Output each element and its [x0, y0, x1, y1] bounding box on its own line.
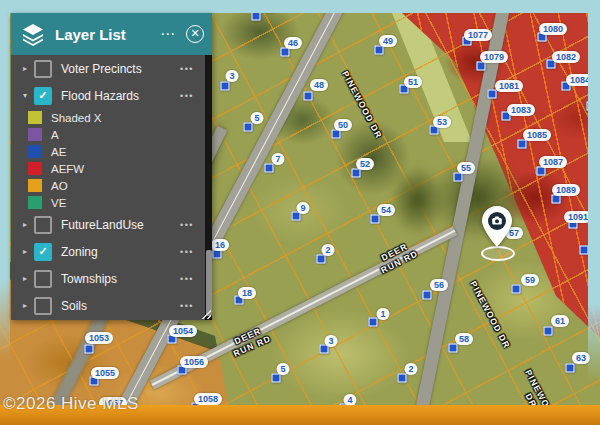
layer-label: Zoning	[61, 245, 180, 259]
parcel-marker[interactable]	[398, 374, 407, 383]
parcel-label[interactable]: 1087	[539, 156, 567, 168]
parcel-label[interactable]: 48	[310, 79, 328, 91]
parcel-marker[interactable]	[352, 169, 361, 178]
parcel-label[interactable]: 3	[225, 70, 238, 82]
parcel-marker[interactable]	[272, 374, 281, 383]
parcel-label[interactable]: 53	[433, 116, 451, 128]
parcel-marker[interactable]	[566, 364, 575, 373]
parcel-label[interactable]: 1077	[464, 29, 492, 41]
parcel-marker[interactable]	[317, 255, 326, 264]
expand-arrow-icon[interactable]: ▸	[19, 301, 31, 310]
frame-border-left	[0, 0, 10, 360]
panel-menu-icon[interactable]: ⋯	[160, 25, 176, 43]
parcel-label[interactable]: 52	[356, 158, 374, 170]
parcel-marker[interactable]	[544, 327, 553, 336]
parcel-label[interactable]: 1089	[552, 184, 580, 196]
parcel-label[interactable]: 2	[404, 363, 417, 375]
layer-row-zoning[interactable]: ▸✓Zoning•••	[11, 238, 212, 265]
parcel-label[interactable]: 54	[377, 204, 395, 216]
legend-row-shaded-x: Shaded X	[11, 109, 212, 126]
parcel-label[interactable]: 1080	[539, 23, 567, 35]
parcel-marker[interactable]	[512, 285, 521, 294]
parcel-label[interactable]: 1056	[180, 356, 208, 368]
parcel-label[interactable]: 1055	[91, 367, 119, 379]
layer-label: Townships	[61, 272, 180, 286]
layer-checkbox[interactable]: ✓	[34, 87, 52, 105]
parcel-marker[interactable]	[449, 344, 458, 353]
expand-arrow-icon[interactable]: ▸	[19, 274, 31, 283]
layer-row-futurelanduse[interactable]: ▸FutureLandUse•••	[11, 211, 212, 238]
parcel-marker[interactable]	[423, 291, 432, 300]
parcel-label[interactable]: 1082	[552, 51, 580, 63]
parcel-marker[interactable]	[304, 92, 313, 101]
layer-checkbox[interactable]: ✓	[34, 243, 52, 261]
scrollbar-thumb[interactable]	[206, 250, 212, 316]
parcel-label[interactable]: 1081	[495, 80, 523, 92]
layer-label: Flood Hazards	[61, 89, 180, 103]
collapse-arrow-icon[interactable]: ▾	[19, 91, 31, 100]
parcel-marker[interactable]	[369, 318, 378, 327]
parcel-label[interactable]: 46	[284, 37, 302, 49]
camera-pin[interactable]	[480, 205, 514, 249]
parcel-marker[interactable]	[265, 164, 274, 173]
parcel-marker[interactable]	[221, 82, 230, 91]
parcel-label[interactable]: 1083	[507, 104, 535, 116]
layer-checkbox[interactable]	[34, 60, 52, 78]
layer-menu-icon[interactable]: •••	[180, 247, 194, 257]
parcel-label[interactable]: 50	[334, 119, 352, 131]
expand-arrow-icon[interactable]: ▸	[19, 64, 31, 73]
parcel-label[interactable]: 1058	[194, 393, 222, 405]
layer-menu-icon[interactable]: •••	[180, 301, 194, 311]
layer-row-voter-precincts[interactable]: ▸Voter Precincts•••	[11, 55, 212, 82]
parcel-label[interactable]: 1085	[523, 129, 551, 141]
parcel-marker[interactable]	[244, 123, 253, 132]
layer-rows: ▸Voter Precincts•••▾✓Flood Hazards•••Sha…	[11, 55, 212, 319]
parcel-label[interactable]: 56	[430, 279, 448, 291]
parcel-label[interactable]: 1	[376, 308, 389, 320]
layer-menu-icon[interactable]: •••	[180, 274, 194, 284]
parcel-label[interactable]: 58	[455, 333, 473, 345]
parcel-label[interactable]: 16	[211, 239, 229, 251]
panel-scrollbar[interactable]	[205, 55, 212, 320]
layer-menu-icon[interactable]: •••	[180, 220, 194, 230]
parcel-marker[interactable]	[85, 345, 94, 354]
parcel-label[interactable]: 59	[521, 274, 539, 286]
parcel-label[interactable]: 1054	[169, 325, 197, 337]
layer-checkbox[interactable]	[34, 297, 52, 315]
panel-header[interactable]: Layer List ⋯ ✕	[11, 13, 212, 55]
expand-arrow-icon[interactable]: ▸	[19, 247, 31, 256]
layer-row-flood-hazards[interactable]: ▾✓Flood Hazards•••	[11, 82, 212, 109]
layer-menu-icon[interactable]: •••	[180, 91, 194, 101]
parcel-label[interactable]: 5	[276, 363, 289, 375]
legend-swatch	[28, 179, 42, 192]
parcel-label[interactable]: 55	[457, 162, 475, 174]
parcel-label[interactable]: 9	[296, 202, 309, 214]
parcel-label[interactable]: 51	[404, 76, 422, 88]
parcel-marker[interactable]	[488, 90, 497, 99]
parcel-label[interactable]: 5	[250, 112, 263, 124]
parcel-marker[interactable]	[375, 46, 384, 55]
parcel-marker[interactable]	[371, 215, 380, 224]
parcel-label[interactable]: 18	[238, 287, 256, 299]
parcel-label[interactable]: 2	[321, 244, 334, 256]
parcel-label[interactable]: 3	[324, 335, 337, 347]
parcel-label[interactable]: 61	[551, 315, 569, 327]
legend-row-a: A	[11, 126, 212, 143]
layer-menu-icon[interactable]: •••	[180, 64, 194, 74]
frame-border-top	[0, 0, 600, 13]
layer-checkbox[interactable]	[34, 270, 52, 288]
close-icon[interactable]: ✕	[186, 25, 204, 43]
panel-body: ▸Voter Precincts•••▾✓Flood Hazards•••Sha…	[11, 55, 212, 320]
parcel-label[interactable]: 49	[379, 35, 397, 47]
parcel-marker[interactable]	[518, 140, 527, 149]
parcel-label[interactable]: 1053	[85, 332, 113, 344]
legend-label: AE	[51, 146, 66, 158]
layer-row-soils[interactable]: ▸Soils•••	[11, 292, 212, 319]
layer-row-townships[interactable]: ▸Townships•••	[11, 265, 212, 292]
expand-arrow-icon[interactable]: ▸	[19, 220, 31, 229]
legend-swatch	[28, 128, 42, 141]
parcel-label[interactable]: 7	[271, 153, 284, 165]
layer-checkbox[interactable]	[34, 216, 52, 234]
tree-corridor	[390, 165, 445, 235]
parcel-label[interactable]: 1079	[480, 51, 508, 63]
